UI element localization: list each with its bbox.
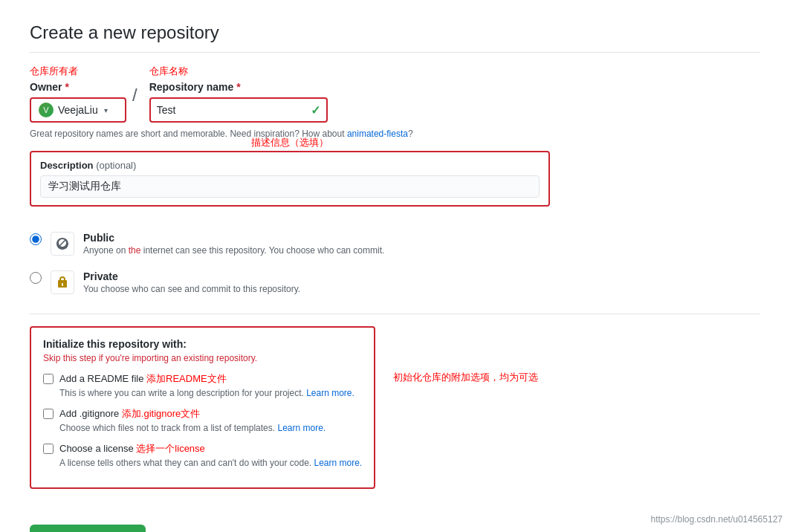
readme-label: Add a README file 添加README文件 xyxy=(59,372,227,386)
suggestion-link[interactable]: animated-fiesta xyxy=(347,129,408,139)
init-section: Initialize this repository with: Skip th… xyxy=(30,326,375,489)
readme-checkbox[interactable] xyxy=(43,374,54,384)
repo-name-input-wrapper: ✓ xyxy=(149,97,328,123)
readme-learn-link[interactable]: Learn more. xyxy=(306,388,354,398)
public-option-text: Public Anyone on the internet can see th… xyxy=(83,232,384,256)
description-annotation: 描述信息（选填） xyxy=(251,136,328,149)
repo-name-annotation: 仓库名称 xyxy=(149,65,328,78)
description-label: Description (optional) xyxy=(40,160,540,171)
gitignore-option: Add .gitignore 添加.gitignore文件 Choose whi… xyxy=(43,407,362,433)
visibility-section: Public Anyone on the internet can see th… xyxy=(30,224,760,302)
private-option: Private You choose who can see and commi… xyxy=(30,263,760,302)
owner-field-label: Owner * xyxy=(30,81,126,93)
repo-name-field-label: Repository name * xyxy=(149,81,328,93)
license-learn-link[interactable]: Learn more. xyxy=(314,458,363,468)
owner-name: VeejaLiu xyxy=(58,104,98,116)
readme-desc: This is where you can write a long descr… xyxy=(43,388,362,398)
gitignore-label: Add .gitignore 添加.gitignore文件 xyxy=(59,407,200,421)
owner-avatar: V xyxy=(39,103,54,117)
owner-dropdown[interactable]: V VeejaLiu ▾ xyxy=(30,97,126,123)
public-icon xyxy=(51,232,74,256)
license-checkbox[interactable] xyxy=(43,444,54,454)
watermark: https://blog.csdn.net/u014565127 xyxy=(651,514,783,525)
repo-name-input[interactable] xyxy=(157,104,311,116)
init-subtitle: Skip this step if you're importing an ex… xyxy=(43,353,362,363)
page-title: Create a new repository xyxy=(30,22,760,53)
dropdown-arrow-icon: ▾ xyxy=(104,106,108,114)
create-repository-button[interactable]: Create repository xyxy=(30,525,146,532)
license-label: Choose a license 选择一个license xyxy=(59,442,205,455)
gitignore-checkbox[interactable] xyxy=(43,409,54,419)
init-annotation: 初始化仓库的附加选项，均为可选 xyxy=(393,371,538,384)
license-option: Choose a license 选择一个license A license t… xyxy=(43,442,362,468)
private-radio[interactable] xyxy=(30,272,42,284)
init-title: Initialize this repository with: xyxy=(43,338,362,350)
readme-option: Add a README file 添加README文件 This is whe… xyxy=(43,372,362,398)
public-option: Public Anyone on the internet can see th… xyxy=(30,224,760,263)
valid-check-icon: ✓ xyxy=(311,103,320,117)
private-option-text: Private You choose who can see and commi… xyxy=(83,270,300,294)
description-section: 描述信息（选填） Description (optional) xyxy=(30,151,550,207)
public-radio[interactable] xyxy=(30,233,42,245)
gitignore-desc: Choose which files not to track from a l… xyxy=(43,423,362,433)
section-divider xyxy=(30,314,760,314)
private-icon xyxy=(51,270,74,294)
gitignore-learn-link[interactable]: Learn more. xyxy=(277,423,326,433)
repo-name-hint: Great repository names are short and mem… xyxy=(30,129,760,139)
owner-annotation: 仓库所有者 xyxy=(30,65,126,78)
description-input[interactable] xyxy=(40,175,540,198)
license-desc: A license tells others what they can and… xyxy=(43,458,362,468)
slash-divider: / xyxy=(126,82,143,108)
